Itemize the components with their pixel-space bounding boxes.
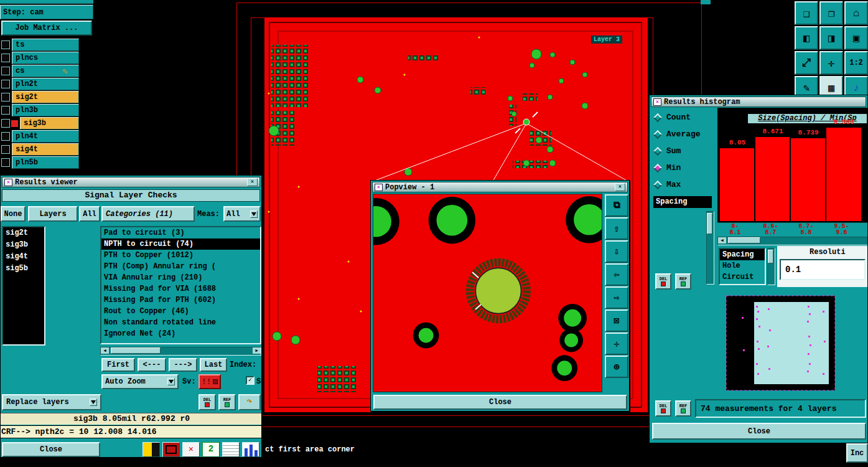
popview-tool-pan-right[interactable]: ⇨ (605, 286, 628, 309)
histogram-scrollbar[interactable]: ◀ (717, 237, 868, 245)
resolution-field[interactable]: 0.1 (780, 259, 866, 280)
histogram-close-button[interactable]: Close (652, 423, 866, 440)
chevron-down-icon[interactable] (167, 378, 175, 385)
category-item[interactable]: PTH to Copper (1012) (101, 250, 260, 261)
measure-item[interactable]: Hole (720, 260, 765, 271)
layer-checkbox[interactable] (1, 93, 10, 101)
close-window-icon[interactable]: ✕ (247, 178, 258, 186)
popview-tool-pan-down[interactable]: ⇩ (605, 240, 628, 263)
popview-close-button[interactable]: Close (373, 395, 627, 410)
layer-checkbox[interactable] (1, 80, 10, 88)
sh-checkbox[interactable]: ✓ (246, 376, 254, 385)
scroll-right-icon[interactable]: ▶ (253, 347, 261, 354)
window-menu-icon[interactable]: ✕ (375, 184, 383, 191)
layer-name[interactable]: sig4t (12, 143, 79, 156)
scrollbar-thumb[interactable] (111, 347, 161, 354)
layer-row-pln2t[interactable]: pln2t (0, 78, 79, 90)
layer-row-pln5b[interactable]: pln5b (0, 156, 79, 169)
meas-dropdown[interactable]: All (223, 206, 261, 222)
viewer-layer-item[interactable]: sig2t (3, 227, 44, 239)
measurement-map[interactable] (651, 290, 867, 397)
category-item[interactable]: Rout to Copper (46) (101, 306, 260, 317)
measure-selected-item[interactable]: Spacing (653, 196, 712, 208)
layer-row-sig2t[interactable]: sig2t (0, 91, 79, 103)
category-item[interactable]: Non standard rotated line (101, 317, 260, 328)
histogram-titlebar[interactable]: ✕ Results histogram (651, 97, 866, 107)
category-list[interactable]: Pad to circuit (3) NPTH to circuit (74) … (100, 226, 261, 344)
mail-delete-icon[interactable]: ✕ (182, 442, 200, 457)
histogram-icon[interactable] (242, 442, 259, 457)
category-item[interactable]: PTH (Comp) Annular ring ( (101, 261, 260, 272)
results-viewer-titlebar[interactable]: ✕ Results viewer ✕ (2, 177, 260, 187)
category-item[interactable]: Missing Pad for PTH (602) (101, 295, 260, 306)
tool-cascade-button[interactable]: ❒ (819, 1, 843, 25)
stat-min-selected[interactable]: Min (655, 163, 681, 172)
category-item[interactable]: Ignored Net (24) (101, 328, 260, 339)
layer-row-pln3b[interactable]: pln3b (0, 104, 79, 116)
category-item[interactable]: Pad to circuit (3) (101, 227, 260, 238)
measure-type-list[interactable]: Spacing Hole Circuit (719, 248, 766, 285)
radio-icon[interactable] (653, 180, 662, 189)
tool-home-button[interactable]: ⌂ (844, 1, 868, 25)
layer-checkbox[interactable] (1, 54, 10, 62)
layer-checkbox[interactable] (1, 145, 10, 154)
popview-tool-zoom-in[interactable]: ⊕ (605, 356, 628, 378)
measure-item[interactable]: Circuit (720, 271, 765, 283)
scrollbar-thumb[interactable] (768, 250, 773, 263)
ref-button[interactable]: REF (218, 394, 236, 410)
layer-name[interactable]: pln3b (12, 104, 79, 116)
scrollbar-thumb[interactable] (707, 213, 712, 234)
layer-name[interactable]: pln4t (12, 130, 79, 143)
chevron-down-icon[interactable] (90, 399, 97, 406)
popview-tool-pan-up[interactable]: ⇧ (605, 217, 628, 240)
scroll-left-icon[interactable]: ◀ (101, 347, 109, 354)
layer-row-pln4t[interactable]: pln4t (0, 130, 79, 143)
layer-checkbox[interactable] (1, 158, 10, 167)
filter-layers-button[interactable]: Layers (28, 206, 78, 222)
tool-pan-button[interactable]: ✛ (819, 51, 843, 75)
stop-icon[interactable] (162, 442, 180, 457)
measure-item-selected[interactable]: Spacing (720, 249, 765, 260)
filter-none-button[interactable]: None (1, 206, 26, 222)
del-button[interactable]: DEL (655, 400, 671, 417)
popview-canvas[interactable] (373, 194, 602, 392)
layer-name[interactable]: pln2t (12, 78, 79, 90)
del-button[interactable]: DEL (198, 394, 216, 410)
popview-tool-pan-left[interactable]: ⇦ (605, 263, 628, 286)
layer-row-plncs[interactable]: plncs (0, 52, 79, 64)
tool-new-view-button[interactable]: ❑ (795, 1, 818, 25)
popview-tool-new-window[interactable]: ⧉ (605, 194, 628, 217)
layer-checkbox[interactable] (1, 132, 10, 141)
category-item[interactable]: VIA Annular ring (210) (101, 272, 260, 283)
layer-checkbox[interactable] (1, 119, 10, 128)
scrollbar-thumb[interactable] (728, 237, 760, 243)
scroll-left-icon[interactable]: ◀ (718, 237, 726, 243)
layer-name[interactable]: pln5b (12, 156, 79, 169)
prev-button[interactable]: <--- (138, 358, 166, 372)
layer-checkbox[interactable] (1, 106, 10, 115)
flag-icon[interactable] (142, 442, 160, 457)
viewer-close-button[interactable]: Close (2, 442, 100, 457)
job-matrix-button[interactable]: Job Matrix ... (1, 21, 92, 35)
bar-1[interactable] (720, 148, 755, 221)
tool-dock-right-button[interactable]: ◨ (819, 26, 843, 50)
layer-name[interactable]: cs (12, 65, 79, 77)
last-button[interactable]: Last (200, 358, 227, 372)
layer-row-sig3b[interactable]: sig3b (0, 117, 79, 130)
bar-2[interactable] (755, 137, 790, 221)
tool-resize-button[interactable]: ⤢ (795, 51, 818, 75)
radio-icon[interactable] (653, 130, 662, 138)
stat-average[interactable]: Average (655, 130, 701, 139)
stat-sum[interactable]: Sum (655, 146, 681, 156)
tool-tile-button[interactable]: ▣ (844, 26, 868, 50)
popview-tool-crosshair[interactable]: ✛ (605, 333, 628, 355)
popview-tool-delete-view[interactable]: ⊠ (605, 309, 628, 332)
undo-button[interactable]: ↷ (238, 394, 261, 410)
del-button[interactable]: DEL (655, 273, 671, 290)
stat-count[interactable]: Count (655, 113, 691, 122)
chevron-down-icon[interactable] (250, 210, 258, 218)
layer-2-icon[interactable]: 2 (202, 442, 220, 457)
popview-titlebar[interactable]: ✕ Popview - 1 ✕ (372, 182, 628, 192)
window-menu-icon[interactable]: ✕ (653, 98, 661, 106)
tool-scale-1-2-button[interactable]: 1:2 (844, 51, 868, 75)
